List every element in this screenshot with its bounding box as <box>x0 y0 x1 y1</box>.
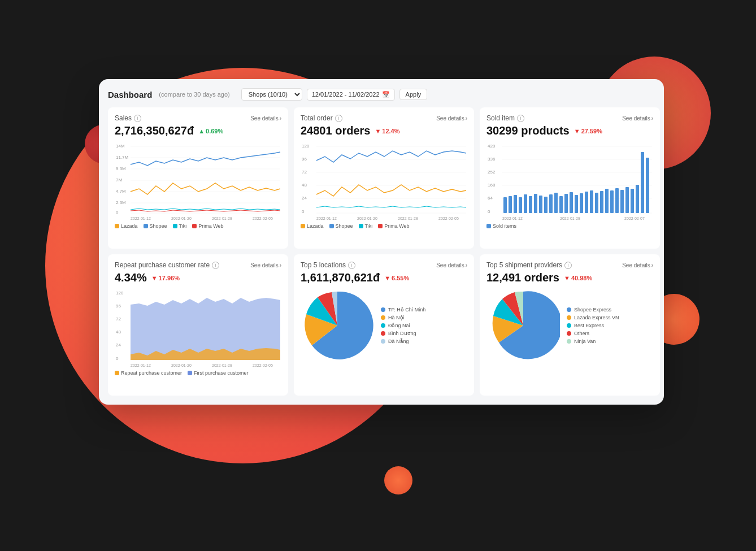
top-locations-trend: ▼ 6.55% <box>384 275 409 281</box>
total-order-title: Total order i <box>301 114 342 122</box>
dashboard-title: Dashboard <box>108 90 152 99</box>
svg-text:96: 96 <box>302 157 307 162</box>
sold-item-value: 30299 products ▼ 27.59% <box>486 124 653 137</box>
total-order-trend: ▼ 12.4% <box>375 128 399 135</box>
repeat-purchase-see-details[interactable]: See details › <box>250 262 281 268</box>
sales-info-icon[interactable]: i <box>134 115 141 122</box>
sold-item-see-details[interactable]: See details › <box>622 115 653 122</box>
svg-text:2022-01-12: 2022-01-12 <box>502 216 523 220</box>
top-locations-title: Top 5 locations i <box>301 261 355 269</box>
top-locations-header: Top 5 locations i See details › <box>301 261 467 269</box>
top-shipment-title: Top 5 shipment providers i <box>486 261 572 269</box>
svg-rect-65 <box>600 191 603 213</box>
svg-text:336: 336 <box>488 157 496 162</box>
top-shipment-chevron-icon: › <box>651 262 653 268</box>
top-shipment-info-icon[interactable]: i <box>564 262 572 269</box>
total-order-info-icon[interactable]: i <box>335 115 342 122</box>
legend-others: Others <box>567 331 619 336</box>
total-order-header: Total order i See details › <box>301 114 467 122</box>
top-locations-chevron-icon: › <box>466 262 467 268</box>
dashboard-window: Dashboard (compare to 30 days ago) Shops… <box>99 79 664 405</box>
svg-rect-71 <box>631 189 634 213</box>
svg-rect-59 <box>570 192 573 213</box>
svg-text:2022-02-05: 2022-02-05 <box>438 216 459 220</box>
svg-text:120: 120 <box>116 290 124 296</box>
legend-best-express: Best Express <box>567 323 619 328</box>
legend-dn: Đồng Nai <box>381 323 425 328</box>
svg-text:2022-01-28: 2022-01-28 <box>560 216 580 220</box>
top-shipment-chart: Shopee Express Lazada Express VN Best Ex… <box>486 289 653 362</box>
svg-text:24: 24 <box>116 342 121 348</box>
repeat-purchase-chevron-icon: › <box>280 262 281 268</box>
shop-select[interactable]: Shops (10/10) <box>241 88 302 101</box>
svg-rect-73 <box>641 152 644 213</box>
repeat-purchase-header: Repeat purchase customer rate i See deta… <box>115 261 281 269</box>
svg-rect-60 <box>575 195 578 213</box>
svg-text:2022-01-12: 2022-01-12 <box>131 363 151 367</box>
top-locations-info-icon[interactable]: i <box>348 262 355 269</box>
total-order-see-details[interactable]: See details › <box>436 115 467 122</box>
sold-item-header: Sold item i See details › <box>486 114 653 122</box>
svg-text:4.7M: 4.7M <box>116 189 126 194</box>
dashboard-controls: Shops (10/10) 12/01/2022 - 11/02/2022 📅 … <box>241 88 427 101</box>
sales-chart: 14M 11.7M 9.3M 7M 4.7M 2.3M 0 <box>115 141 281 220</box>
sales-value: 2,716,350,627đ ▲ 0.69% <box>115 124 281 137</box>
svg-text:72: 72 <box>302 170 307 175</box>
svg-text:7M: 7M <box>116 177 122 183</box>
repeat-purchase-info-icon[interactable]: i <box>212 262 219 269</box>
svg-rect-61 <box>580 193 583 213</box>
top-shipment-card: Top 5 shipment providers i See details ›… <box>480 254 660 396</box>
svg-text:2022-02-05: 2022-02-05 <box>253 216 273 220</box>
apply-button[interactable]: Apply <box>399 89 428 100</box>
svg-rect-68 <box>615 188 619 213</box>
legend-shopee-express: Shopee Express <box>567 307 619 313</box>
top-locations-chart: TP. Hồ Chí Minh Hà Nội Đồng Nai Bình Dươ… <box>301 289 467 362</box>
svg-rect-49 <box>519 197 522 213</box>
sold-item-title: Sold item i <box>486 114 524 122</box>
svg-rect-74 <box>646 158 649 213</box>
svg-text:420: 420 <box>488 144 496 149</box>
svg-text:64: 64 <box>488 196 493 201</box>
top-shipment-see-details[interactable]: See details › <box>622 262 653 268</box>
total-order-chart: 120 96 72 48 24 0 <box>301 141 467 220</box>
svg-rect-48 <box>514 195 517 213</box>
top-shipment-legend: Shopee Express Lazada Express VN Best Ex… <box>567 307 619 344</box>
svg-text:11.7M: 11.7M <box>116 155 129 160</box>
svg-rect-55 <box>549 194 553 213</box>
top-locations-see-details[interactable]: See details › <box>436 262 467 268</box>
date-range-input[interactable]: 12/01/2022 - 11/02/2022 📅 <box>307 89 395 101</box>
total-order-chevron-icon: › <box>466 115 467 122</box>
cards-grid: Sales i See details › 2,716,350,627đ ▲ 0… <box>108 107 655 396</box>
total-order-card: Total order i See details › 24801 orders… <box>294 107 474 249</box>
svg-text:96: 96 <box>116 303 121 309</box>
svg-text:2022-01-12: 2022-01-12 <box>316 216 337 220</box>
sales-chevron-icon: › <box>280 115 281 122</box>
svg-rect-53 <box>539 196 542 213</box>
svg-text:48: 48 <box>302 183 307 188</box>
svg-text:14M: 14M <box>116 144 125 149</box>
sold-item-chevron-icon: › <box>651 115 653 122</box>
legend-to-prima-web: Prima Web <box>378 223 409 229</box>
svg-rect-58 <box>564 194 568 213</box>
svg-text:2022-01-28: 2022-01-28 <box>212 363 232 367</box>
calendar-icon: 📅 <box>382 91 390 98</box>
date-range-value: 12/01/2022 - 11/02/2022 <box>312 91 380 98</box>
sales-see-details[interactable]: See details › <box>250 115 281 122</box>
top-locations-card: Top 5 locations i See details › 1,611,87… <box>294 254 474 396</box>
svg-rect-46 <box>503 197 507 213</box>
legend-hn: Hà Nội <box>381 315 425 320</box>
repeat-purchase-value: 4.34% ▼ 17.96% <box>115 271 281 284</box>
top-locations-value: 1,611,870,621đ ▼ 6.55% <box>301 271 467 284</box>
top-shipment-value: 12,491 orders ▼ 40.98% <box>486 271 653 284</box>
legend-repeat-customer: Repeat purchase customer <box>115 370 182 376</box>
legend-lazada-express: Lazada Express VN <box>567 315 619 320</box>
sales-trend: ▲ 0.69% <box>198 128 223 135</box>
svg-rect-56 <box>554 193 558 213</box>
sold-item-trend-icon: ▼ <box>574 128 580 135</box>
svg-text:9.3M: 9.3M <box>116 166 126 171</box>
sold-item-info-icon[interactable]: i <box>517 115 524 122</box>
sold-item-legend: Sold items <box>486 223 653 229</box>
sales-card-header: Sales i See details › <box>115 114 281 122</box>
repeat-purchase-trend: ▼ 17.96% <box>151 275 180 281</box>
repeat-purchase-legend: Repeat purchase customer First purchase … <box>115 370 281 376</box>
